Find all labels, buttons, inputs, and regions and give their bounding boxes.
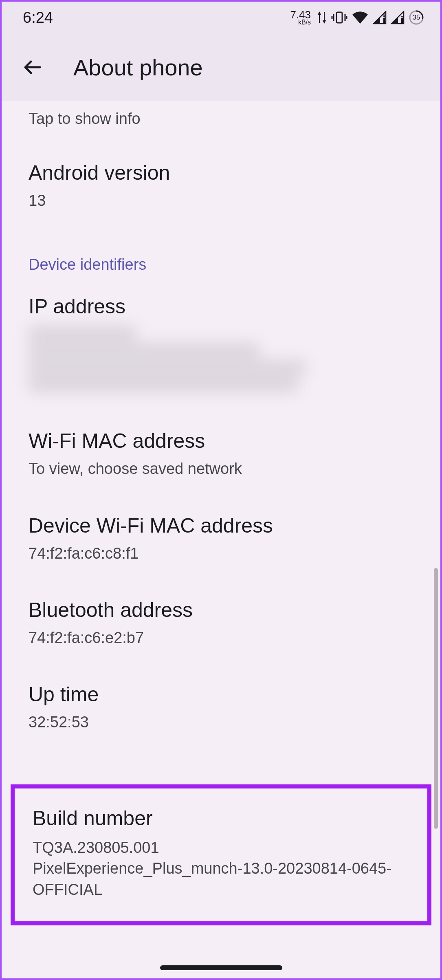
content-scroll[interactable]: Tap to show info Android version 13 Devi…	[2, 101, 440, 750]
row-title: Wi-Fi MAC address	[29, 429, 413, 453]
network-speed: 7.43 kB/s	[290, 9, 311, 26]
svg-rect-4	[401, 18, 403, 23]
row-title: Build number	[33, 806, 409, 830]
svg-rect-2	[383, 18, 385, 23]
row-wifi-mac[interactable]: Wi-Fi MAC address To view, choose saved …	[2, 412, 440, 496]
status-time: 6:24	[23, 9, 53, 26]
back-button[interactable]	[16, 51, 49, 84]
row-build-number[interactable]: Build number TQ3A.230805.001 PixelExperi…	[11, 784, 431, 925]
arrow-back-icon	[22, 57, 43, 78]
arrows-updown-icon	[317, 11, 327, 24]
row-device-wifi-mac[interactable]: Device Wi-Fi MAC address 74:f2:fa:c6:c8:…	[2, 497, 440, 581]
row-title: Android version	[29, 161, 413, 185]
row-title: Bluetooth address	[29, 598, 413, 622]
svg-point-5	[401, 16, 403, 18]
section-device-identifiers: Device identifiers	[2, 228, 440, 277]
nav-handle[interactable]	[160, 965, 282, 970]
tap-hint-row[interactable]: Tap to show info	[2, 101, 440, 144]
row-bluetooth-address[interactable]: Bluetooth address 74:f2:fa:c6:e2:b7	[2, 581, 440, 665]
signal-1-icon: 4	[373, 11, 387, 24]
app-bar: About phone	[2, 33, 440, 101]
row-up-time[interactable]: Up time 32:52:53	[2, 665, 440, 750]
signal-2-icon	[391, 11, 405, 24]
svg-point-3	[383, 16, 385, 18]
scrollbar[interactable]	[434, 568, 438, 829]
row-value-line2: PixelExperience_Plus_munch-13.0-20230814…	[33, 858, 409, 900]
row-value: 74:f2:fa:c6:c8:f1	[29, 543, 413, 564]
phone-screen: 6:24 7.43 kB/s 4 35	[0, 0, 442, 980]
ip-address-redacted	[29, 326, 413, 408]
row-value: To view, choose saved network	[29, 458, 413, 479]
row-value: 74:f2:fa:c6:e2:b7	[29, 628, 413, 648]
svg-rect-0	[336, 12, 342, 23]
row-value-line1: TQ3A.230805.001	[33, 837, 409, 858]
row-value: 13	[29, 190, 413, 211]
battery-icon: 35	[409, 10, 424, 25]
page-title: About phone	[73, 54, 203, 81]
row-ip-address[interactable]: IP address	[2, 277, 440, 412]
row-value: 32:52:53	[29, 712, 413, 733]
status-bar: 6:24 7.43 kB/s 4 35	[2, 2, 440, 33]
row-title: IP address	[29, 295, 413, 318]
vibrate-icon	[331, 11, 347, 24]
row-title: Up time	[29, 683, 413, 706]
row-title: Device Wi-Fi MAC address	[29, 514, 413, 537]
row-android-version[interactable]: Android version 13	[2, 144, 440, 228]
wifi-icon	[352, 11, 369, 24]
